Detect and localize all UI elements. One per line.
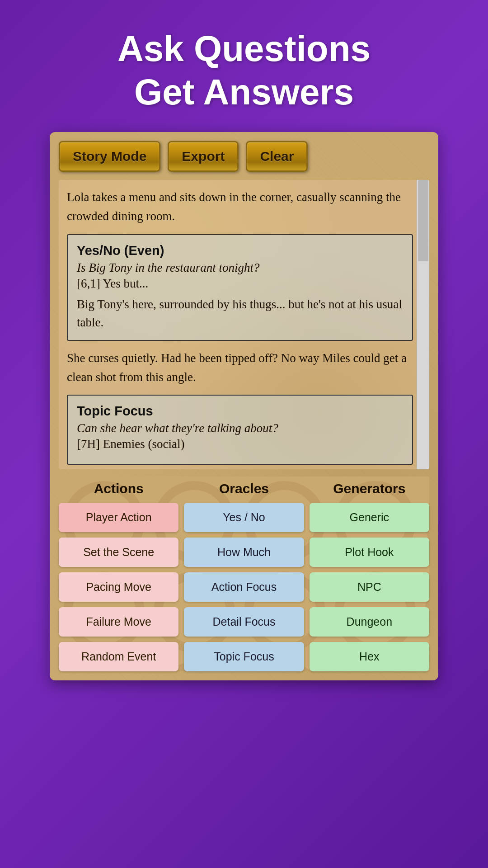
title-line1: Ask Questions	[117, 28, 371, 69]
action-area: Actions Oracles Generators Player Action…	[59, 476, 429, 671]
oracle2-result: [7H] Enemies (social)	[77, 437, 403, 451]
action-grid: Player Action Yes / No Generic Set the S…	[59, 503, 429, 671]
how-much-button[interactable]: How Much	[184, 538, 304, 567]
dungeon-button[interactable]: Dungeon	[310, 607, 429, 637]
main-title: Ask Questions Get Answers	[18, 27, 470, 114]
pacing-move-button[interactable]: Pacing Move	[59, 572, 178, 602]
plot-hook-button[interactable]: Plot Hook	[310, 538, 429, 567]
app-card: Story Mode Export Clear Lola takes a men…	[50, 132, 438, 680]
oracle2-title: Topic Focus	[77, 404, 403, 419]
scroll-area: Lola takes a menu and sits down in the c…	[59, 180, 429, 469]
oracle2-question: Can she hear what they're talking about?	[77, 421, 403, 435]
npc-button[interactable]: NPC	[310, 572, 429, 602]
action-focus-button[interactable]: Action Focus	[184, 572, 304, 602]
action-headers: Actions Oracles Generators	[59, 481, 429, 496]
oracle1-narrative: Big Tony's here, surrounded by his thugs…	[77, 295, 403, 332]
header-area: Ask Questions Get Answers	[0, 0, 488, 132]
player-action-button[interactable]: Player Action	[59, 503, 178, 532]
generic-button[interactable]: Generic	[310, 503, 429, 532]
title-line2: Get Answers	[134, 72, 354, 112]
oracle1-result: [6,1] Yes but...	[77, 277, 403, 291]
oracle-box-1: Yes/No (Even) Is Big Tony in the restaur…	[67, 234, 413, 341]
intro-text: Lola takes a menu and sits down in the c…	[67, 188, 413, 226]
set-the-scene-button[interactable]: Set the Scene	[59, 538, 178, 567]
scrollbar-thumb[interactable]	[418, 180, 428, 261]
detail-focus-button[interactable]: Detail Focus	[184, 607, 304, 637]
toolbar: Story Mode Export Clear	[59, 141, 429, 172]
scroll-content[interactable]: Lola takes a menu and sits down in the c…	[59, 180, 429, 469]
col-header-generators: Generators	[310, 481, 429, 496]
col-header-actions: Actions	[59, 481, 178, 496]
export-button[interactable]: Export	[168, 141, 239, 172]
story-mode-button[interactable]: Story Mode	[59, 141, 160, 172]
yes-no-button[interactable]: Yes / No	[184, 503, 304, 532]
oracle-box-2: Topic Focus Can she hear what they're ta…	[67, 395, 413, 465]
topic-focus-button[interactable]: Topic Focus	[184, 642, 304, 671]
scrollbar[interactable]	[417, 180, 429, 469]
random-event-button[interactable]: Random Event	[59, 642, 178, 671]
hex-button[interactable]: Hex	[310, 642, 429, 671]
col-header-oracles: Oracles	[184, 481, 304, 496]
mid-text: She curses quietly. Had he been tipped o…	[67, 349, 413, 387]
oracle1-title: Yes/No (Even)	[77, 243, 403, 258]
clear-button[interactable]: Clear	[246, 141, 308, 172]
oracle1-question: Is Big Tony in the restaurant tonight?	[77, 261, 403, 275]
failure-move-button[interactable]: Failure Move	[59, 607, 178, 637]
